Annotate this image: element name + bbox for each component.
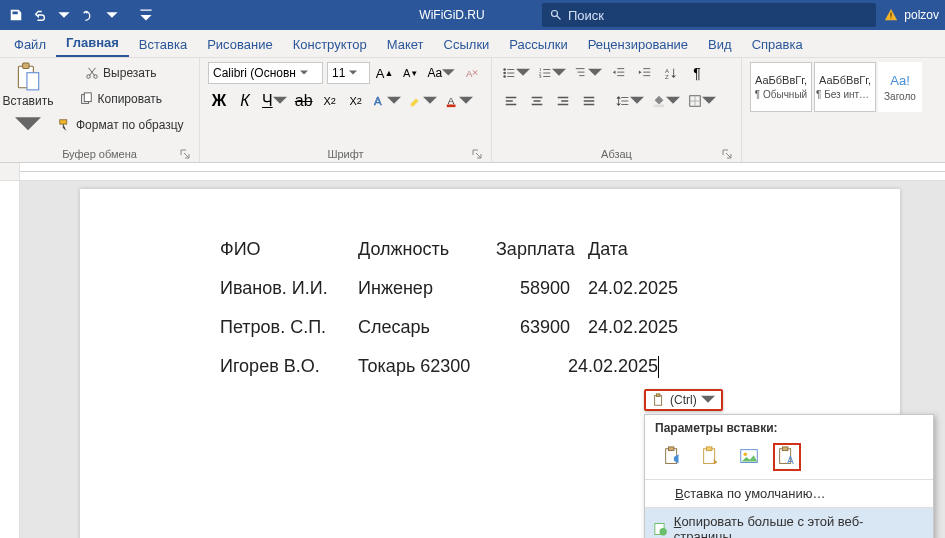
shading-button[interactable] (650, 90, 682, 112)
svg-text:A: A (374, 95, 382, 107)
show-marks-button[interactable]: ¶ (686, 62, 708, 84)
paste-keep-source-button[interactable] (659, 443, 687, 471)
tab-design[interactable]: Конструктор (283, 32, 377, 57)
paste-options-title: Параметры вставки: (645, 415, 933, 439)
underline-button[interactable]: Ч (260, 90, 289, 112)
paste-picture-button[interactable] (735, 443, 763, 471)
ruler-horizontal[interactable] (0, 163, 945, 181)
highlight-button[interactable] (407, 90, 439, 112)
paste-text-only-button[interactable]: A (773, 443, 801, 471)
svg-point-13 (503, 68, 506, 71)
table-row: Игорев В.О. Токарь 62300 24.02.2025 (220, 356, 900, 378)
svg-rect-23 (655, 396, 662, 406)
title-bar: WiFiGiD.RU Поиск polzov (0, 0, 945, 30)
cut-button[interactable]: Вырезать (56, 62, 186, 84)
svg-point-0 (552, 11, 558, 17)
user-account[interactable]: polzov (884, 8, 945, 22)
copy-web-icon (653, 521, 668, 537)
tab-file[interactable]: Файл (4, 32, 56, 57)
dialog-launcher-icon[interactable] (721, 148, 733, 160)
strikethrough-button[interactable]: ab (293, 90, 315, 112)
superscript-button[interactable]: X2 (345, 90, 367, 112)
undo-button[interactable] (30, 5, 50, 25)
tab-draw[interactable]: Рисование (197, 32, 282, 57)
svg-point-14 (503, 72, 506, 75)
svg-point-35 (659, 528, 666, 535)
svg-rect-8 (60, 120, 67, 124)
search-icon (550, 9, 562, 21)
align-center-button[interactable] (526, 90, 548, 112)
line-spacing-button[interactable] (614, 90, 646, 112)
chevron-down-icon (701, 393, 715, 407)
text-effects-button[interactable]: A (371, 90, 403, 112)
font-name-select[interactable]: Calibri (Основн (208, 62, 323, 84)
svg-rect-26 (668, 447, 674, 451)
numbering-button[interactable]: 123 (536, 62, 568, 84)
paste-button[interactable]: Вставить (8, 62, 48, 140)
increase-indent-button[interactable] (634, 62, 656, 84)
sort-button[interactable]: AZ (660, 62, 682, 84)
chevron-down-icon (15, 110, 41, 140)
table-row: Петров. С.П. Слесарь 63900 24.02.2025 (220, 317, 900, 338)
svg-rect-2 (23, 63, 29, 68)
tab-mailings[interactable]: Рассылки (499, 32, 577, 57)
format-painter-button[interactable]: Формат по образцу (56, 114, 186, 136)
svg-text:A: A (447, 95, 454, 106)
multilevel-list-button[interactable] (572, 62, 604, 84)
change-case-button[interactable]: Aa (426, 62, 457, 84)
bold-button[interactable]: Ж (208, 90, 230, 112)
paste-merge-button[interactable] (697, 443, 725, 471)
paste-default-menu-item[interactable]: Вставка по умолчанию… (645, 480, 933, 507)
italic-button[interactable]: К (234, 90, 256, 112)
svg-rect-24 (656, 394, 660, 397)
tab-view[interactable]: Вид (698, 32, 742, 57)
justify-button[interactable] (578, 90, 600, 112)
align-left-button[interactable] (500, 90, 522, 112)
svg-text:A: A (466, 68, 473, 79)
decrease-font-button[interactable]: A▼ (400, 62, 422, 84)
table-row: Иванов. И.И. Инженер 58900 24.02.2025 (220, 278, 900, 299)
tab-layout[interactable]: Макет (377, 32, 434, 57)
tab-help[interactable]: Справка (742, 32, 813, 57)
chevron-down-icon[interactable] (102, 5, 122, 25)
font-size-select[interactable]: 11 (327, 62, 369, 84)
dialog-launcher-icon[interactable] (471, 148, 483, 160)
svg-rect-28 (706, 447, 712, 451)
tab-references[interactable]: Ссылки (434, 32, 500, 57)
dialog-launcher-icon[interactable] (179, 148, 191, 160)
tab-insert[interactable]: Вставка (129, 32, 197, 57)
search-box[interactable]: Поиск (542, 3, 876, 27)
subscript-button[interactable]: X2 (319, 90, 341, 112)
style-normal[interactable]: АаБбВвГг, ¶ Обычный (750, 62, 812, 112)
tab-review[interactable]: Рецензирование (578, 32, 698, 57)
copy-button[interactable]: Копировать (56, 88, 186, 110)
style-nospacing[interactable]: АаБбВвГг, ¶ Без инте… (814, 62, 876, 112)
qat-customize-button[interactable] (136, 5, 156, 25)
align-right-button[interactable] (552, 90, 574, 112)
redo-button[interactable] (78, 5, 98, 25)
borders-button[interactable] (686, 90, 718, 112)
tab-home[interactable]: Главная (56, 30, 129, 57)
text-cursor (658, 356, 659, 378)
save-button[interactable] (6, 5, 26, 25)
decrease-indent-button[interactable] (608, 62, 630, 84)
ribbon: Вставить Вырезать Копировать Формат по о… (0, 58, 945, 163)
table-header: ФИО Должность Зарплата Дата (220, 239, 900, 260)
ruler-vertical[interactable] (0, 181, 20, 538)
font-color-button[interactable]: A (443, 90, 475, 112)
warning-icon (884, 8, 898, 22)
paste-options-badge[interactable]: (Ctrl) (644, 389, 723, 411)
bullets-button[interactable] (500, 62, 532, 84)
increase-font-button[interactable]: A▲ (374, 62, 396, 84)
svg-rect-32 (782, 447, 788, 451)
svg-text:Z: Z (665, 73, 669, 80)
style-heading1[interactable]: Аа! Заголо (878, 62, 922, 112)
svg-text:A: A (787, 455, 794, 466)
document-title: WiFiGiD.RU (362, 8, 542, 22)
document-content[interactable]: ФИО Должность Зарплата Дата Иванов. И.И.… (220, 239, 900, 378)
chevron-down-icon[interactable] (54, 5, 74, 25)
clear-formatting-button[interactable]: A (461, 62, 483, 84)
group-title-paragraph: Абзац (601, 148, 632, 160)
copy-more-web-menu-item[interactable]: Копировать больше с этой веб-страницы (645, 508, 933, 538)
search-placeholder: Поиск (568, 8, 604, 23)
